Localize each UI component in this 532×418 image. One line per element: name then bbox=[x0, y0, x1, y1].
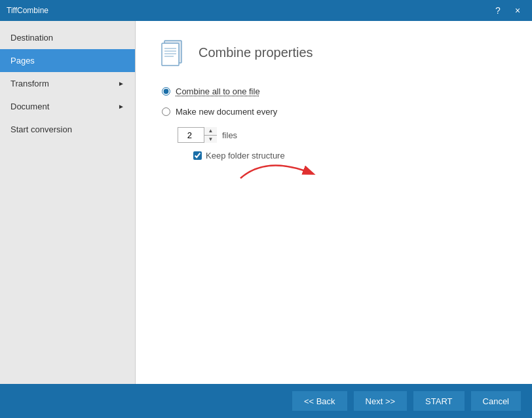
keep-folder-label[interactable]: Keep folder structure bbox=[206, 151, 285, 161]
combine-all-label[interactable]: Combine all to one file bbox=[176, 86, 260, 96]
combine-all-radio[interactable] bbox=[162, 87, 170, 96]
combine-all-option: Combine all to one file bbox=[162, 86, 511, 96]
titlebar-controls: ? × bbox=[490, 4, 525, 17]
bottom-bar: << Back Next >> START Cancel bbox=[0, 384, 532, 418]
number-input-wrapper: ▲ ▼ bbox=[178, 127, 217, 143]
content-area: Combine properties Combine all to one fi… bbox=[136, 21, 532, 384]
make-new-option: Make new document every bbox=[162, 107, 511, 117]
arrow-right-icon: ► bbox=[118, 103, 124, 110]
help-button[interactable]: ? bbox=[490, 4, 506, 17]
content-header: Combine properties bbox=[157, 37, 511, 68]
keep-folder-checkbox[interactable] bbox=[193, 151, 202, 160]
arrow-right-icon: ► bbox=[118, 80, 124, 87]
sidebar-item-destination[interactable]: Destination bbox=[0, 26, 135, 49]
main-container: Destination Pages Transform ► Document ►… bbox=[0, 21, 532, 384]
files-label: files bbox=[222, 130, 237, 140]
svg-rect-5 bbox=[162, 43, 179, 66]
spin-up-button[interactable]: ▲ bbox=[204, 127, 217, 136]
keep-folder-row: Keep folder structure bbox=[193, 151, 511, 161]
form-section: Combine all to one file Make new documen… bbox=[157, 86, 511, 161]
app-title: TiffCombine bbox=[7, 6, 48, 15]
sidebar-item-document[interactable]: Document ► bbox=[0, 95, 135, 118]
close-button[interactable]: × bbox=[510, 4, 525, 17]
start-button[interactable]: START bbox=[413, 390, 465, 411]
titlebar: TiffCombine ? × bbox=[0, 0, 532, 21]
spin-down-button[interactable]: ▼ bbox=[204, 136, 217, 143]
back-button[interactable]: << Back bbox=[292, 390, 348, 411]
sidebar-item-pages[interactable]: Pages bbox=[0, 49, 135, 72]
number-row: ▲ ▼ files bbox=[178, 127, 511, 143]
cancel-button[interactable]: Cancel bbox=[470, 390, 522, 411]
make-new-label[interactable]: Make new document every bbox=[176, 107, 277, 117]
next-button[interactable]: Next >> bbox=[353, 390, 408, 411]
sidebar-item-start-conversion[interactable]: Start conversion bbox=[0, 118, 135, 141]
make-new-radio[interactable] bbox=[162, 107, 170, 116]
page-title: Combine properties bbox=[199, 45, 313, 60]
combine-documents-icon bbox=[157, 37, 188, 68]
sidebar: Destination Pages Transform ► Document ►… bbox=[0, 21, 136, 384]
spin-buttons: ▲ ▼ bbox=[204, 127, 217, 143]
sidebar-item-transform[interactable]: Transform ► bbox=[0, 72, 135, 95]
